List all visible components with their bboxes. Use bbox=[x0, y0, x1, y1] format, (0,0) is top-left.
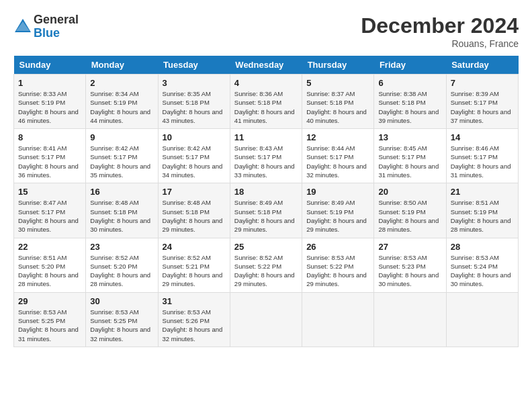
calendar-week-row: 22 Sunrise: 8:51 AM Sunset: 5:20 PM Dayl… bbox=[14, 238, 519, 292]
logo-text: General Blue bbox=[34, 13, 79, 40]
calendar-day-cell: 23 Sunrise: 8:52 AM Sunset: 5:20 PM Dayl… bbox=[86, 238, 158, 292]
day-number: 13 bbox=[378, 132, 441, 142]
day-number: 26 bbox=[306, 242, 369, 252]
day-info: Sunrise: 8:53 AM Sunset: 5:25 PM Dayligh… bbox=[90, 308, 153, 343]
day-number: 18 bbox=[234, 187, 298, 197]
day-info: Sunrise: 8:53 AM Sunset: 5:25 PM Dayligh… bbox=[18, 308, 81, 343]
calendar-day-cell: 27 Sunrise: 8:53 AM Sunset: 5:23 PM Dayl… bbox=[374, 238, 446, 292]
calendar-day-cell: 4 Sunrise: 8:36 AM Sunset: 5:18 PM Dayli… bbox=[230, 75, 302, 129]
day-info: Sunrise: 8:52 AM Sunset: 5:20 PM Dayligh… bbox=[90, 253, 153, 289]
logo-blue: Blue bbox=[34, 27, 79, 40]
title-block: December 2024 Rouans, France bbox=[361, 13, 519, 49]
day-number: 3 bbox=[163, 78, 226, 88]
day-info: Sunrise: 8:48 AM Sunset: 5:18 PM Dayligh… bbox=[90, 198, 153, 234]
calendar-day-cell: 22 Sunrise: 8:51 AM Sunset: 5:20 PM Dayl… bbox=[14, 238, 86, 292]
calendar-day-cell: 8 Sunrise: 8:41 AM Sunset: 5:17 PM Dayli… bbox=[14, 129, 86, 183]
calendar-day-cell: 31 Sunrise: 8:53 AM Sunset: 5:26 PM Dayl… bbox=[158, 292, 230, 347]
day-info: Sunrise: 8:44 AM Sunset: 5:17 PM Dayligh… bbox=[306, 144, 369, 179]
calendar-day-cell: 28 Sunrise: 8:53 AM Sunset: 5:24 PM Dayl… bbox=[446, 238, 518, 292]
day-info: Sunrise: 8:34 AM Sunset: 5:19 PM Dayligh… bbox=[90, 89, 153, 125]
day-info: Sunrise: 8:53 AM Sunset: 5:22 PM Dayligh… bbox=[306, 253, 369, 289]
day-info: Sunrise: 8:52 AM Sunset: 5:21 PM Dayligh… bbox=[163, 253, 226, 289]
day-info: Sunrise: 8:53 AM Sunset: 5:23 PM Dayligh… bbox=[378, 253, 441, 289]
calendar-day-cell: 2 Sunrise: 8:34 AM Sunset: 5:19 PM Dayli… bbox=[86, 75, 158, 129]
day-number: 20 bbox=[378, 187, 441, 197]
calendar-day-cell: 10 Sunrise: 8:42 AM Sunset: 5:17 PM Dayl… bbox=[158, 129, 230, 183]
day-number: 5 bbox=[306, 78, 369, 88]
calendar-day-cell: 13 Sunrise: 8:45 AM Sunset: 5:17 PM Dayl… bbox=[374, 129, 446, 183]
month-year-title: December 2024 bbox=[361, 13, 519, 38]
day-number: 14 bbox=[451, 132, 514, 142]
calendar-day-cell: 9 Sunrise: 8:42 AM Sunset: 5:17 PM Dayli… bbox=[86, 129, 158, 183]
day-number: 17 bbox=[163, 187, 226, 197]
day-number: 6 bbox=[378, 78, 441, 88]
calendar-day-cell: 20 Sunrise: 8:50 AM Sunset: 5:19 PM Dayl… bbox=[374, 183, 446, 238]
day-number: 25 bbox=[234, 242, 298, 252]
day-info: Sunrise: 8:52 AM Sunset: 5:22 PM Dayligh… bbox=[234, 253, 298, 289]
day-info: Sunrise: 8:51 AM Sunset: 5:19 PM Dayligh… bbox=[451, 198, 514, 234]
calendar-day-cell: 18 Sunrise: 8:49 AM Sunset: 5:18 PM Dayl… bbox=[230, 183, 302, 238]
day-number: 1 bbox=[18, 78, 81, 88]
calendar-day-cell: 12 Sunrise: 8:44 AM Sunset: 5:17 PM Dayl… bbox=[302, 129, 374, 183]
day-info: Sunrise: 8:42 AM Sunset: 5:17 PM Dayligh… bbox=[163, 144, 226, 179]
day-info: Sunrise: 8:48 AM Sunset: 5:18 PM Dayligh… bbox=[163, 198, 226, 234]
calendar-day-cell bbox=[230, 292, 302, 347]
day-number: 4 bbox=[234, 78, 298, 88]
day-number: 10 bbox=[163, 132, 226, 142]
calendar-day-cell: 29 Sunrise: 8:53 AM Sunset: 5:25 PM Dayl… bbox=[14, 292, 86, 347]
day-info: Sunrise: 8:43 AM Sunset: 5:17 PM Dayligh… bbox=[234, 144, 298, 179]
day-of-week-header: Wednesday bbox=[230, 56, 302, 75]
day-info: Sunrise: 8:42 AM Sunset: 5:17 PM Dayligh… bbox=[90, 144, 153, 179]
calendar-day-cell: 7 Sunrise: 8:39 AM Sunset: 5:17 PM Dayli… bbox=[446, 75, 518, 129]
calendar-day-cell: 17 Sunrise: 8:48 AM Sunset: 5:18 PM Dayl… bbox=[158, 183, 230, 238]
day-number: 30 bbox=[90, 296, 153, 306]
calendar-week-row: 8 Sunrise: 8:41 AM Sunset: 5:17 PM Dayli… bbox=[14, 129, 519, 183]
calendar-day-cell: 3 Sunrise: 8:35 AM Sunset: 5:18 PM Dayli… bbox=[158, 75, 230, 129]
location-subtitle: Rouans, France bbox=[361, 38, 519, 49]
calendar-day-cell: 24 Sunrise: 8:52 AM Sunset: 5:21 PM Dayl… bbox=[158, 238, 230, 292]
day-of-week-header: Sunday bbox=[14, 56, 86, 75]
logo: General Blue bbox=[13, 13, 79, 40]
day-info: Sunrise: 8:53 AM Sunset: 5:24 PM Dayligh… bbox=[451, 253, 514, 289]
calendar-table: SundayMondayTuesdayWednesdayThursdayFrid… bbox=[13, 56, 519, 347]
day-info: Sunrise: 8:36 AM Sunset: 5:18 PM Dayligh… bbox=[234, 89, 298, 125]
day-number: 7 bbox=[451, 78, 514, 88]
day-of-week-header: Thursday bbox=[302, 56, 374, 75]
day-number: 24 bbox=[163, 242, 226, 252]
day-number: 27 bbox=[378, 242, 441, 252]
calendar-day-cell: 16 Sunrise: 8:48 AM Sunset: 5:18 PM Dayl… bbox=[86, 183, 158, 238]
calendar-day-cell: 14 Sunrise: 8:46 AM Sunset: 5:17 PM Dayl… bbox=[446, 129, 518, 183]
day-number: 23 bbox=[90, 242, 153, 252]
day-number: 19 bbox=[306, 187, 369, 197]
day-number: 2 bbox=[90, 78, 153, 88]
day-info: Sunrise: 8:39 AM Sunset: 5:17 PM Dayligh… bbox=[451, 89, 514, 125]
calendar-week-row: 29 Sunrise: 8:53 AM Sunset: 5:25 PM Dayl… bbox=[14, 292, 519, 347]
day-info: Sunrise: 8:37 AM Sunset: 5:18 PM Dayligh… bbox=[306, 89, 369, 125]
day-info: Sunrise: 8:33 AM Sunset: 5:19 PM Dayligh… bbox=[18, 89, 81, 125]
calendar-day-cell: 21 Sunrise: 8:51 AM Sunset: 5:19 PM Dayl… bbox=[446, 183, 518, 238]
day-number: 8 bbox=[18, 132, 81, 142]
day-number: 11 bbox=[234, 132, 298, 142]
day-number: 16 bbox=[90, 187, 153, 197]
calendar-day-cell: 26 Sunrise: 8:53 AM Sunset: 5:22 PM Dayl… bbox=[302, 238, 374, 292]
day-info: Sunrise: 8:47 AM Sunset: 5:17 PM Dayligh… bbox=[18, 198, 81, 234]
day-of-week-header: Friday bbox=[374, 56, 446, 75]
day-info: Sunrise: 8:46 AM Sunset: 5:17 PM Dayligh… bbox=[451, 144, 514, 179]
day-number: 28 bbox=[451, 242, 514, 252]
calendar-day-cell: 15 Sunrise: 8:47 AM Sunset: 5:17 PM Dayl… bbox=[14, 183, 86, 238]
day-info: Sunrise: 8:38 AM Sunset: 5:18 PM Dayligh… bbox=[378, 89, 441, 125]
calendar-day-cell: 30 Sunrise: 8:53 AM Sunset: 5:25 PM Dayl… bbox=[86, 292, 158, 347]
day-info: Sunrise: 8:51 AM Sunset: 5:20 PM Dayligh… bbox=[18, 253, 81, 289]
day-number: 22 bbox=[18, 242, 81, 252]
day-number: 29 bbox=[18, 296, 81, 306]
day-info: Sunrise: 8:49 AM Sunset: 5:18 PM Dayligh… bbox=[234, 198, 298, 234]
calendar-day-cell: 1 Sunrise: 8:33 AM Sunset: 5:19 PM Dayli… bbox=[14, 75, 86, 129]
day-info: Sunrise: 8:45 AM Sunset: 5:17 PM Dayligh… bbox=[378, 144, 441, 179]
svg-marker-1 bbox=[16, 21, 30, 31]
page-header: General Blue December 2024 Rouans, Franc… bbox=[13, 13, 519, 49]
day-info: Sunrise: 8:49 AM Sunset: 5:19 PM Dayligh… bbox=[306, 198, 369, 234]
day-of-week-header: Monday bbox=[86, 56, 158, 75]
day-of-week-header: Tuesday bbox=[158, 56, 230, 75]
calendar-day-cell bbox=[374, 292, 446, 347]
day-number: 21 bbox=[451, 187, 514, 197]
